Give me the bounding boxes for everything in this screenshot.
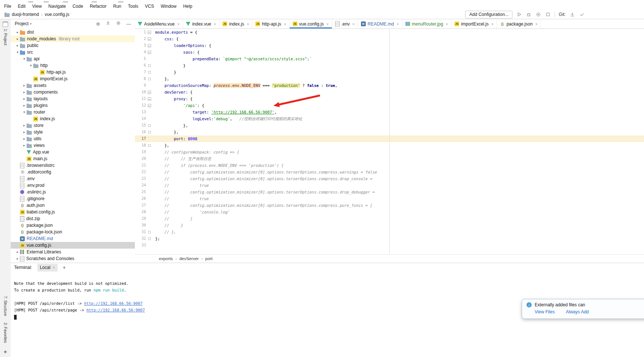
chevron-right-icon[interactable]: ▸: [22, 130, 27, 134]
close-tab-icon[interactable]: ×: [446, 22, 448, 26]
menu-item-file[interactable]: File: [1, 3, 14, 10]
chevron-right-icon[interactable]: ▸: [15, 37, 20, 41]
chevron-right-icon[interactable]: ▸: [22, 137, 27, 141]
tree-item-http[interactable]: ▾http: [11, 62, 135, 69]
tree-item-node-modules[interactable]: ▸node_moduleslibrary root: [11, 36, 135, 42]
tree-item-.env[interactable]: .env: [11, 175, 135, 182]
locate-file-icon[interactable]: ⊕: [96, 21, 100, 27]
fold-marker-icon[interactable]: [147, 129, 152, 135]
favorites-stripe-button[interactable]: 2: Favorites: [3, 323, 8, 344]
view-files-link[interactable]: View Files: [535, 309, 555, 314]
editor-tab-readme.md[interactable]: MREADME.md×: [358, 19, 402, 28]
terminal-link[interactable]: http://192.168.66.56:9007: [86, 308, 145, 312]
menu-item-help[interactable]: Help: [180, 3, 196, 10]
fold-marker-icon[interactable]: [147, 75, 152, 82]
chevron-right-icon[interactable]: ▸: [15, 257, 20, 260]
breadcrumb-file[interactable]: vue.config.js: [45, 12, 69, 17]
fold-marker-icon[interactable]: [147, 95, 152, 102]
tree-item-src[interactable]: ▾src: [11, 49, 135, 55]
debug-icon[interactable]: [526, 11, 532, 17]
tree-item-.env.prod[interactable]: .env.prod: [11, 182, 135, 189]
tree-item-auth.json[interactable]: {}auth.json: [11, 202, 135, 209]
tree-item-.browserslistrc[interactable]: .browserslistrc: [11, 162, 135, 169]
always-add-link[interactable]: Always Add: [566, 309, 589, 314]
add-configuration-button[interactable]: Add Configuration...: [465, 11, 512, 18]
tree-item-layouts[interactable]: ▸layouts: [11, 95, 135, 102]
fold-marker-icon[interactable]: [147, 29, 152, 36]
editor-tab-vue.config.js[interactable]: JSvue.config.js×: [290, 19, 332, 28]
fold-marker-icon[interactable]: [147, 42, 152, 49]
fold-marker-icon[interactable]: [147, 142, 152, 149]
editor-tab-menurouter.jpg[interactable]: menuRouter.jpg×: [402, 19, 452, 28]
tree-item-dist[interactable]: ▸dist: [11, 29, 135, 36]
fold-marker-icon[interactable]: [147, 62, 152, 69]
fold-marker-icon[interactable]: [147, 89, 152, 95]
fold-marker-icon[interactable]: [147, 235, 152, 242]
chevron-right-icon[interactable]: ▸: [22, 90, 27, 94]
chevron-right-icon[interactable]: ▸: [15, 250, 20, 254]
collapse-all-icon[interactable]: [106, 21, 110, 27]
chevron-right-icon[interactable]: ▸: [22, 124, 27, 127]
menu-item-tools[interactable]: Tools: [125, 3, 142, 10]
menu-item-window[interactable]: Window: [157, 3, 180, 10]
tree-item-app.vue[interactable]: App.vue: [11, 149, 135, 155]
fold-marker-icon[interactable]: [147, 122, 152, 129]
tree-item-.gitignore[interactable]: .gitignore: [11, 195, 135, 202]
tree-item-scratches-and-consoles[interactable]: ▸Scratches and Consoles: [11, 255, 135, 262]
editor-breadcrumb-exports[interactable]: exports: [159, 256, 173, 261]
tree-item-public[interactable]: ▸public: [11, 42, 135, 49]
fold-marker-icon[interactable]: [147, 69, 152, 75]
tree-item-external-libraries[interactable]: ▸External Libraries: [11, 249, 135, 255]
chevron-down-icon[interactable]: ▾: [15, 50, 20, 54]
hide-panel-icon[interactable]: —: [126, 21, 131, 27]
close-tab-icon[interactable]: ×: [247, 22, 249, 26]
chevron-right-icon[interactable]: ▸: [22, 97, 27, 101]
coverage-icon[interactable]: [535, 11, 541, 17]
stop-icon[interactable]: [545, 11, 551, 17]
close-tab-icon[interactable]: ×: [326, 22, 328, 26]
tree-item-plugins[interactable]: ▸plugins: [11, 102, 135, 109]
close-tab-icon[interactable]: ×: [396, 22, 399, 26]
close-terminal-tab-icon[interactable]: ×: [52, 265, 55, 270]
run-icon[interactable]: [516, 11, 522, 17]
tree-item-index.js[interactable]: JSindex.js: [11, 115, 135, 122]
editor-tab-asidemenu.vue[interactable]: AsideMenu.vue×: [135, 19, 183, 28]
project-view-dropdown[interactable]: Project ▾: [15, 21, 31, 26]
editor-breadcrumb-port[interactable]: port: [205, 256, 212, 261]
fold-marker-icon[interactable]: [147, 229, 152, 235]
menu-item-view[interactable]: View: [29, 3, 45, 10]
project-stripe-button[interactable]: 1: Project: [3, 21, 8, 45]
editor-tab-http-api.js[interactable]: JShttp-api.js×: [252, 19, 289, 28]
tree-item-.eslintrc.js[interactable]: .eslintrc.js: [11, 189, 135, 195]
tree-item-router[interactable]: ▾router: [11, 109, 135, 115]
menu-item-navigate[interactable]: Navigate: [45, 3, 69, 10]
chevron-right-icon[interactable]: ▸: [22, 84, 27, 87]
editor-tab-package.json[interactable]: {}package.json×: [497, 19, 541, 28]
vcs-commit-icon[interactable]: [579, 11, 585, 17]
editor-tab-.env[interactable]: .env×: [332, 19, 358, 28]
tree-item-store[interactable]: ▸store: [11, 122, 135, 129]
editor-tab-index.vue[interactable]: index.vue×: [183, 19, 219, 28]
tree-item-style[interactable]: ▸style: [11, 129, 135, 135]
tree-item-dist.zip[interactable]: dist.zip: [11, 215, 135, 222]
chevron-down-icon[interactable]: ▾: [28, 64, 33, 67]
tree-item-package-lock.json[interactable]: {}package-lock.json: [11, 229, 135, 235]
tree-item-babel.config.js[interactable]: JSbabel.config.js: [11, 209, 135, 215]
chevron-right-icon[interactable]: ▸: [15, 44, 20, 47]
menu-item-refactor[interactable]: Refactor: [86, 3, 110, 10]
tree-item-vue.config.js[interactable]: JSvue.config.js: [11, 242, 135, 249]
editor-tab-importexcel.js[interactable]: JSimportExcel.js×: [452, 19, 497, 28]
terminal-link[interactable]: http://192.168.66.56:9007: [84, 301, 143, 306]
chevron-down-icon[interactable]: ▾: [22, 57, 27, 61]
menu-item-edit[interactable]: Edit: [14, 3, 29, 10]
tree-item-package.json[interactable]: {}package.json: [11, 222, 135, 229]
menu-item-run[interactable]: Run: [110, 3, 125, 10]
tree-item-.editorconfig[interactable]: .editorconfig: [11, 169, 135, 175]
tree-item-readme.md[interactable]: MREADME.md: [11, 235, 135, 242]
close-tab-icon[interactable]: ×: [284, 22, 286, 26]
fold-marker-icon[interactable]: [147, 102, 152, 109]
chevron-down-icon[interactable]: ▾: [22, 110, 27, 114]
chevron-right-icon[interactable]: ▸: [15, 30, 20, 34]
vcs-update-icon[interactable]: [569, 11, 575, 17]
favorites-star-icon[interactable]: ★: [3, 350, 7, 354]
